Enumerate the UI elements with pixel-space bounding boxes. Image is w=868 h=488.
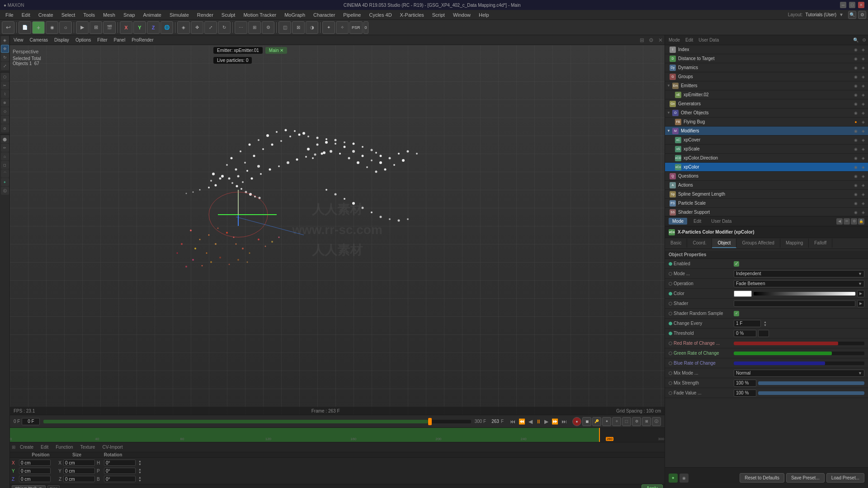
- tool-scale[interactable]: ⤢: [1, 62, 9, 70]
- move-icon[interactable]: ✥: [191, 21, 203, 34]
- xp-expand-btn[interactable]: ⊞: [642, 417, 651, 426]
- obj-lock-xpcover[interactable]: ◈: [860, 137, 866, 143]
- tool-move[interactable]: ✥: [1, 45, 9, 53]
- operation-dropdown[interactable]: Fade Between▼: [734, 280, 864, 287]
- menu-sculpt[interactable]: Sculpt: [218, 11, 239, 19]
- obj-row-shadersupport[interactable]: SS Shader Support ◉ ◈: [665, 208, 868, 216]
- prop-tab-coord[interactable]: Coord.: [687, 239, 712, 248]
- search-icon[interactable]: 🔍: [848, 11, 856, 19]
- size-y-input[interactable]: 0 cm: [63, 468, 95, 474]
- vp-menu-prorender[interactable]: ProRender: [130, 38, 155, 42]
- obj-vis-questions[interactable]: ◉: [853, 173, 859, 179]
- obj-settings-icon[interactable]: ⚙: [862, 38, 866, 42]
- size-mode-btn[interactable]: Size: [47, 485, 60, 488]
- xp-info-btn[interactable]: ⓘ: [652, 417, 661, 426]
- obj-vis-icon[interactable]: ◉: [853, 47, 859, 53]
- obj-vis-groups[interactable]: ◉: [853, 74, 859, 80]
- xp2-icon[interactable]: ✧: [336, 21, 349, 34]
- obj-lock-particlescale[interactable]: ◈: [860, 200, 866, 206]
- obj-vis-xpscale[interactable]: ◉: [853, 146, 859, 152]
- obj-row-particlescale[interactable]: PS Particle Scale ◉ ◈: [665, 199, 868, 208]
- menu-snap[interactable]: Snap: [120, 11, 139, 19]
- obj-lock-spline[interactable]: ◈: [860, 191, 866, 197]
- tool-c4d[interactable]: Ⓒ: [1, 187, 9, 195]
- threshold-input2[interactable]: [758, 330, 769, 337]
- obj-vis-emitters[interactable]: ◉: [853, 83, 859, 89]
- changeevery-down[interactable]: ▼: [764, 324, 767, 327]
- vp-menu-filter[interactable]: Filter: [95, 38, 109, 42]
- obj-vis-xpcover[interactable]: ◉: [853, 137, 859, 143]
- shader-arrow-icon[interactable]: ▶: [857, 300, 864, 307]
- bt-create[interactable]: Create: [17, 445, 36, 450]
- obj-row-index[interactable]: I Index ◉ ◈: [665, 45, 868, 54]
- obj-vis-particlescale[interactable]: ◉: [853, 200, 859, 206]
- obj-row-xpscale[interactable]: xS xpScale ◉ ◈: [665, 145, 868, 154]
- vp-menu-view[interactable]: View: [12, 38, 25, 42]
- menu-create[interactable]: Create: [35, 11, 57, 19]
- obj-lock-icon[interactable]: ◈: [860, 47, 866, 53]
- tool-bevel[interactable]: ◇: [1, 107, 9, 115]
- tool-loop[interactable]: ⊙: [1, 124, 9, 132]
- prop-tab-basic[interactable]: Basic: [665, 239, 687, 248]
- obj-row-modifiers[interactable]: ▼ M Modifiers ◉ ◈: [665, 127, 868, 136]
- mixstrength-input[interactable]: [734, 380, 756, 387]
- mixstrength-bar[interactable]: [758, 381, 864, 385]
- changeevery-input[interactable]: [734, 320, 761, 327]
- close-button[interactable]: ✕: [858, 2, 864, 8]
- pause-btn[interactable]: ⏸: [535, 418, 542, 425]
- play-btn[interactable]: ▶: [543, 418, 549, 425]
- obj-vis-modifiers[interactable]: ◉: [853, 128, 859, 134]
- render-settings-icon[interactable]: 🎬: [103, 21, 116, 34]
- bt-cvimport[interactable]: CV-Import: [99, 445, 125, 450]
- add-icon[interactable]: +: [32, 21, 45, 34]
- tool-xp[interactable]: ✦: [1, 178, 9, 186]
- tool-spline[interactable]: ⌒: [1, 169, 9, 178]
- load-preset-button[interactable]: Load Preset...: [826, 473, 864, 483]
- x-down-arrow[interactable]: ▼: [138, 463, 142, 466]
- obj-row-questions[interactable]: Q Questions ◉ ◈: [665, 172, 868, 181]
- other-triangle[interactable]: ▼: [667, 111, 670, 115]
- scale-icon[interactable]: ⤢: [204, 21, 217, 34]
- new-icon[interactable]: 📄: [19, 21, 31, 34]
- props-pen-icon[interactable]: ✏: [844, 218, 850, 225]
- obj-lock-dist[interactable]: ◈: [860, 56, 866, 62]
- z-up-arrow[interactable]: ▲: [138, 476, 142, 479]
- obj-vis-actions[interactable]: ◉: [853, 182, 859, 188]
- props-lock-icon[interactable]: 🔒: [858, 218, 864, 225]
- prop-tab-groups[interactable]: Groups Affected: [736, 239, 780, 248]
- props-tab-mode[interactable]: Mode: [669, 218, 687, 225]
- xp-icon[interactable]: ✦: [322, 21, 335, 34]
- obj-lock-groups[interactable]: ◈: [860, 74, 866, 80]
- props-gear-icon[interactable]: ⚙: [851, 218, 857, 225]
- apply-button[interactable]: Apply: [642, 484, 663, 488]
- world-icon[interactable]: 🌐: [160, 21, 173, 34]
- props-back-icon[interactable]: ◀: [836, 218, 843, 225]
- menu-select[interactable]: Select: [58, 11, 79, 19]
- obj-vis-flyingbug[interactable]: ●: [853, 119, 859, 125]
- obj-vis-other[interactable]: ◉: [853, 110, 859, 116]
- xp-stop-btn[interactable]: ✧: [612, 417, 621, 426]
- obj-lock-questions[interactable]: ◈: [860, 173, 866, 179]
- prev-btn[interactable]: ◀: [528, 418, 533, 425]
- save-preset-button[interactable]: Save Preset...: [786, 473, 825, 483]
- wire-icon[interactable]: ⊠: [292, 21, 305, 34]
- props-tab-edit[interactable]: Edit: [690, 218, 705, 225]
- mixmode-dropdown[interactable]: Normal▼: [734, 370, 864, 377]
- tool-knife[interactable]: ✂: [1, 81, 9, 89]
- menu-edit[interactable]: Edit: [18, 11, 34, 19]
- obj-row-other[interactable]: ▼ O Other Objects ◉ ◈: [665, 108, 868, 117]
- obj-row-xpcolor[interactable]: xCo xpColor ◉ ◈: [665, 163, 868, 172]
- obj-row-actions[interactable]: A Actions ◉ ◈: [665, 181, 868, 190]
- obj-lock-xpscale[interactable]: ◈: [860, 146, 866, 152]
- y-icon[interactable]: Y: [133, 21, 146, 34]
- obj-lock-dynamics[interactable]: ◈: [860, 65, 866, 71]
- rotate-icon[interactable]: ↻: [218, 21, 231, 34]
- preset-icon-btn[interactable]: ◉: [679, 474, 689, 483]
- obj-row-xpcoldir[interactable]: xCD xpColor.Direction ◉ ◈: [665, 154, 868, 163]
- tool-select[interactable]: ◈: [1, 36, 9, 44]
- stop-btn[interactable]: ⏹: [582, 417, 591, 426]
- next-btn[interactable]: ⏩: [551, 418, 559, 425]
- prop-tab-falloff[interactable]: Falloff: [809, 239, 832, 248]
- color-gradient-bar[interactable]: [754, 292, 855, 296]
- obj-vis-spline[interactable]: ◉: [853, 191, 859, 197]
